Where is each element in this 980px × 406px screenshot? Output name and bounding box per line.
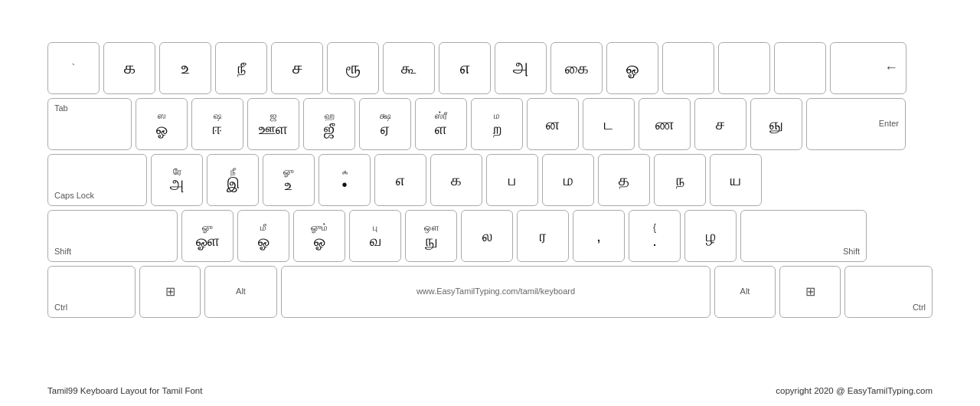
key-ctrl-left[interactable]: Ctrl — [47, 266, 136, 318]
key-d[interactable]: ஓு உ — [263, 154, 315, 206]
key-shift-right[interactable]: Shift — [740, 210, 867, 262]
key-empty1[interactable] — [662, 42, 714, 94]
key-w[interactable]: ஷ ஈ — [191, 98, 243, 150]
key-period[interactable]: { . — [629, 210, 681, 262]
key-quote[interactable]: ய — [710, 154, 762, 206]
key-semi[interactable]: ந — [654, 154, 706, 206]
keyboard-row-4: Shift ஓு ஓள மீ ஓ ஓும் ஓ பு வ ஔ நு ல ர , — [47, 210, 933, 262]
key-f[interactable]: ஃ • — [318, 154, 371, 206]
key-alt-right[interactable]: Alt — [714, 266, 776, 318]
key-k[interactable]: க — [103, 42, 155, 94]
key-win-left[interactable]: ⊞ — [139, 266, 201, 318]
key-space[interactable]: www.EasyTamilTyping.com/tamil/keyboard — [281, 266, 710, 318]
key-ctrl-right[interactable]: Ctrl — [844, 266, 933, 318]
key-x[interactable]: மீ ஓ — [237, 210, 289, 262]
key-u-row2[interactable]: ம ற — [471, 98, 523, 150]
keyboard-row-5: Ctrl ⊞ Alt www.EasyTamilTyping.com/tamil… — [47, 266, 933, 318]
key-v[interactable]: பு வ — [349, 210, 401, 262]
key-u[interactable]: உ — [159, 42, 211, 94]
key-p[interactable]: ண — [639, 98, 691, 150]
key-tab[interactable]: Tab — [47, 98, 132, 150]
key-g[interactable]: எ — [374, 154, 426, 206]
key-i[interactable]: ன — [527, 98, 579, 150]
key-l[interactable]: த — [598, 154, 650, 206]
key-y[interactable]: ஸ்ரீ ள — [415, 98, 467, 150]
key-q[interactable]: ஸ ஓ — [136, 98, 188, 150]
key-nii[interactable]: நீ — [215, 42, 267, 94]
key-o-row2[interactable]: ட — [583, 98, 635, 150]
key-m[interactable]: ர — [517, 210, 569, 262]
key-h[interactable]: க — [430, 154, 482, 206]
key-e-row2[interactable]: ஜ ஊள — [247, 98, 299, 150]
keyboard-row-3: Caps Lock ரே அ நீ இ ஓு உ ஃ • எ க ப ம — [47, 154, 933, 206]
key-ruu[interactable]: ரூ — [327, 42, 379, 94]
key-comma[interactable]: , — [573, 210, 625, 262]
key-k-row3[interactable]: ம — [542, 154, 594, 206]
key-sa[interactable]: ச — [271, 42, 323, 94]
key-caps-lock[interactable]: Caps Lock — [47, 154, 147, 206]
key-e[interactable]: எ — [439, 42, 491, 94]
key-a[interactable]: அ — [495, 42, 547, 94]
key-kuu[interactable]: கூ — [383, 42, 435, 94]
key-empty3[interactable] — [774, 42, 826, 94]
copyright: copyright 2020 @ EasyTamilTyping.com — [776, 386, 933, 395]
key-backtick[interactable]: ` — [47, 42, 100, 94]
key-kai[interactable]: கை — [550, 42, 603, 94]
keyboard: ` க உ நீ ச ரூ கூ எ அ கை — [47, 42, 933, 322]
key-bracket-r[interactable]: ஞு — [750, 98, 802, 150]
key-a-row3[interactable]: ரே அ — [151, 154, 203, 206]
key-c[interactable]: ஓும் ஓ — [293, 210, 345, 262]
key-backspace[interactable]: ← — [830, 42, 906, 94]
key-j[interactable]: ப — [486, 154, 538, 206]
key-r[interactable]: ஹ ஜீ — [303, 98, 355, 150]
key-shift-left[interactable]: Shift — [47, 210, 178, 262]
key-slash[interactable]: ழ — [684, 210, 737, 262]
key-t[interactable]: க்ஷ ஏ — [359, 98, 411, 150]
key-z[interactable]: ஓு ஓள — [181, 210, 234, 262]
key-empty2[interactable] — [718, 42, 770, 94]
keyboard-row-1: ` க உ நீ ச ரூ கூ எ அ கை — [47, 42, 933, 94]
keyboard-title: Tamil99 Keyboard Layout for Tamil Font — [47, 386, 202, 395]
key-b[interactable]: ஔ நு — [405, 210, 457, 262]
key-s[interactable]: நீ இ — [207, 154, 259, 206]
keyboard-row-2: Tab ஸ ஓ ஷ ஈ ஜ ஊள ஹ ஜீ க்ஷ ஏ ஸ்ரீ ள ம ற — [47, 98, 933, 150]
key-bracket-l[interactable]: ச — [694, 98, 746, 150]
key-o[interactable]: ஓ — [606, 42, 658, 94]
key-enter[interactable]: Enter — [806, 98, 906, 150]
key-win-right[interactable]: ⊞ — [779, 266, 841, 318]
key-alt-left[interactable]: Alt — [204, 266, 277, 318]
key-n[interactable]: ல — [461, 210, 513, 262]
